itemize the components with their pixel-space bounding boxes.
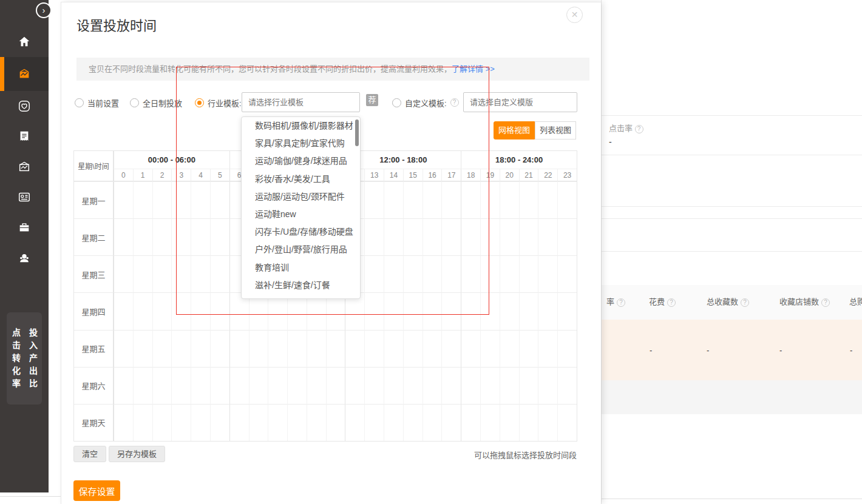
schedule-cell[interactable]: [441, 218, 461, 255]
schedule-cell[interactable]: [364, 255, 384, 292]
schedule-cell[interactable]: [461, 255, 480, 292]
schedule-cell[interactable]: [461, 367, 480, 404]
schedule-cell[interactable]: [403, 255, 423, 292]
schedule-cell[interactable]: [519, 255, 538, 292]
dropdown-item[interactable]: 家具/家具定制/宜家代购: [242, 135, 360, 152]
schedule-cell[interactable]: [133, 255, 152, 292]
help-icon[interactable]: [667, 298, 676, 307]
schedule-cell[interactable]: [171, 292, 191, 329]
sidebar-item-idcard[interactable]: [0, 182, 49, 212]
save-as-template-button[interactable]: 另存为模板: [109, 446, 165, 462]
sidebar-item-briefcase[interactable]: [0, 212, 49, 243]
schedule-cell[interactable]: [152, 367, 172, 404]
schedule-cell[interactable]: [210, 181, 229, 218]
schedule-cell[interactable]: [133, 367, 152, 404]
dropdown-item[interactable]: 男装/商务/婚庆配件: [242, 294, 360, 299]
save-settings-button[interactable]: 保存设置: [73, 480, 120, 501]
schedule-cell[interactable]: [191, 404, 210, 441]
schedule-cell[interactable]: [423, 218, 442, 255]
schedule-cell[interactable]: [210, 292, 229, 329]
schedule-cell[interactable]: [152, 181, 172, 218]
sidebar-item-home[interactable]: [0, 27, 49, 57]
schedule-cell[interactable]: [171, 367, 191, 404]
sidebar-item-frame[interactable]: [0, 152, 49, 182]
schedule-cell[interactable]: [114, 367, 133, 404]
schedule-cell[interactable]: [557, 181, 577, 218]
schedule-cell[interactable]: [538, 330, 557, 367]
schedule-cell[interactable]: [114, 330, 133, 367]
schedule-cell[interactable]: [384, 292, 403, 329]
schedule-cell[interactable]: [557, 367, 577, 404]
dropdown-item[interactable]: 彩妆/香水/美发/工具: [242, 170, 360, 188]
schedule-cell[interactable]: [171, 181, 191, 218]
schedule-cell[interactable]: [114, 292, 133, 329]
schedule-cell[interactable]: [461, 218, 480, 255]
dropdown-item[interactable]: 数码相机/摄像机/摄影器材: [242, 117, 360, 135]
schedule-cell[interactable]: [229, 404, 249, 441]
schedule-cell[interactable]: [364, 292, 384, 329]
sidebar-expand-button[interactable]: ›: [36, 2, 52, 18]
schedule-cell[interactable]: [345, 367, 364, 404]
radio-fulltime[interactable]: 全日制投放: [130, 92, 182, 113]
schedule-cell[interactable]: [345, 404, 364, 441]
schedule-cell[interactable]: [441, 181, 461, 218]
sidebar-item-user[interactable]: [0, 243, 49, 273]
schedule-cell[interactable]: [480, 404, 500, 441]
schedule-cell[interactable]: [480, 255, 500, 292]
schedule-cell[interactable]: [461, 404, 480, 441]
schedule-cell[interactable]: [403, 181, 423, 218]
schedule-cell[interactable]: [287, 404, 307, 441]
schedule-cell[interactable]: [500, 255, 519, 292]
scrollbar-thumb[interactable]: [355, 119, 359, 146]
schedule-cell[interactable]: [268, 330, 287, 367]
dropdown-item[interactable]: 滋补/生鲜/速食/订餐: [242, 277, 360, 294]
schedule-cell[interactable]: [519, 330, 538, 367]
radio-circle-icon[interactable]: [392, 98, 401, 107]
dropdown-item[interactable]: 运动服/运动包/颈环配件: [242, 188, 360, 206]
dropdown-item[interactable]: 户外/登山/野营/旅行用品: [242, 241, 360, 258]
schedule-cell[interactable]: [441, 292, 461, 329]
schedule-cell[interactable]: [364, 218, 384, 255]
schedule-cell[interactable]: [133, 218, 152, 255]
schedule-cell[interactable]: [345, 330, 364, 367]
schedule-cell[interactable]: [480, 181, 500, 218]
schedule-cell[interactable]: [171, 255, 191, 292]
schedule-cell[interactable]: [364, 367, 384, 404]
schedule-cell[interactable]: [538, 367, 557, 404]
schedule-cell[interactable]: [249, 404, 268, 441]
schedule-cell[interactable]: [152, 292, 172, 329]
clear-button[interactable]: 清空: [73, 446, 106, 462]
schedule-cell[interactable]: [557, 330, 577, 367]
help-icon[interactable]: [741, 298, 749, 307]
schedule-cell[interactable]: [191, 181, 210, 218]
schedule-cell[interactable]: [384, 367, 403, 404]
help-icon[interactable]: [617, 298, 625, 307]
schedule-cell[interactable]: [307, 367, 326, 404]
schedule-cell[interactable]: [500, 181, 519, 218]
schedule-cell[interactable]: [133, 181, 152, 218]
schedule-cell[interactable]: [268, 367, 287, 404]
schedule-cell[interactable]: [114, 218, 133, 255]
schedule-cell[interactable]: [210, 218, 229, 255]
schedule-cell[interactable]: [326, 330, 345, 367]
schedule-cell[interactable]: [500, 218, 519, 255]
schedule-cell[interactable]: [403, 404, 423, 441]
schedule-cell[interactable]: [461, 330, 480, 367]
schedule-cell[interactable]: [384, 218, 403, 255]
sidebar-item-campaign[interactable]: [0, 57, 49, 91]
schedule-cell[interactable]: [500, 367, 519, 404]
schedule-cell[interactable]: [480, 330, 500, 367]
radio-industry-template[interactable]: 行业模板:: [195, 92, 242, 113]
radio-current-setting[interactable]: 当前设置: [75, 92, 119, 113]
schedule-cell[interactable]: [423, 330, 442, 367]
schedule-cell[interactable]: [384, 255, 403, 292]
schedule-cell[interactable]: [191, 218, 210, 255]
radio-circle-icon[interactable]: [130, 98, 139, 107]
radio-custom-template[interactable]: 自定义模板:: [392, 92, 459, 113]
dropdown-item[interactable]: 教育培训: [242, 259, 360, 277]
custom-template-input[interactable]: [463, 92, 577, 112]
schedule-cell[interactable]: [191, 330, 210, 367]
schedule-cell[interactable]: [210, 404, 229, 441]
help-icon[interactable]: [821, 298, 830, 307]
schedule-cell[interactable]: [519, 218, 538, 255]
